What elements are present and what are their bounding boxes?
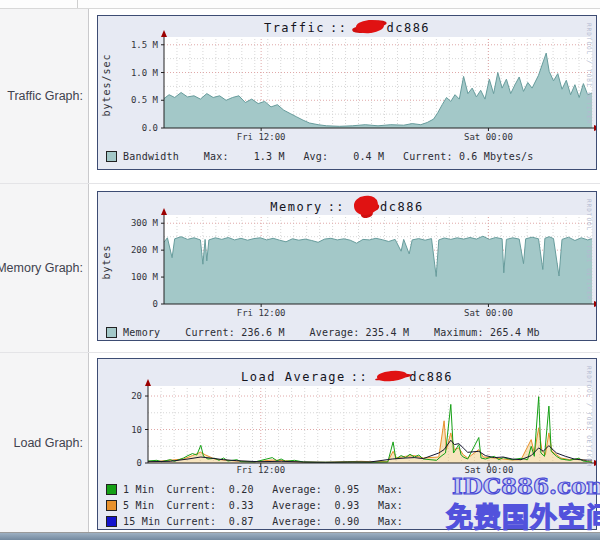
legend-text: Bandwidth Max: 1.3 M Avg: 0.4 M Current:… bbox=[123, 151, 534, 162]
row-divider bbox=[0, 352, 600, 353]
legend-swatch bbox=[106, 484, 117, 495]
sidebar-label-text: Traffic Graph: bbox=[7, 89, 83, 103]
svg-text:20: 20 bbox=[131, 391, 142, 401]
memory-graph-panel[interactable]: Memory :: dc886 0100 M200 M300 MFri 12:0… bbox=[97, 191, 597, 341]
sidebar-label-text: Load Graph: bbox=[14, 436, 84, 450]
svg-text:Fri 12:00: Fri 12:00 bbox=[237, 132, 286, 142]
svg-text:Fri 12:00: Fri 12:00 bbox=[236, 465, 285, 475]
legend-swatch bbox=[106, 516, 117, 527]
redaction-scribble bbox=[356, 19, 385, 35]
legend-row: 5 Min Current: 0.33 Average: 0.93 Max: bbox=[106, 497, 440, 513]
legend-swatch bbox=[106, 327, 117, 338]
svg-text:0: 0 bbox=[137, 458, 142, 468]
graph-title-separator: :: bbox=[328, 200, 345, 214]
sidebar: Traffic Graph: Memory Graph: Load Graph: bbox=[0, 9, 89, 533]
graph-title: Traffic :: dc886 bbox=[98, 20, 596, 35]
graph-title: Memory :: dc886 bbox=[98, 196, 596, 217]
table-column-divider bbox=[77, 0, 78, 8]
redaction-scribble bbox=[377, 369, 408, 382]
graph-title-host: dc886 bbox=[386, 21, 430, 35]
graph-legend: Bandwidth Max: 1.3 M Avg: 0.4 M Current:… bbox=[106, 149, 534, 164]
graph-title-metric: Traffic bbox=[264, 21, 325, 35]
rrdtool-watermark: RRDTOOL / TOBI OETIKER bbox=[586, 199, 593, 331]
svg-text:100 M: 100 M bbox=[131, 272, 159, 282]
legend-swatch bbox=[106, 151, 117, 162]
svg-text:Sat 00:00: Sat 00:00 bbox=[464, 308, 513, 318]
svg-text:10: 10 bbox=[131, 425, 142, 435]
svg-text:0.5 M: 0.5 M bbox=[131, 95, 159, 105]
svg-text:300 M: 300 M bbox=[131, 218, 159, 228]
rrdtool-watermark: RRDTOOL / TOBI OETIKER bbox=[586, 366, 593, 520]
sidebar-label-text: Memory Graph: bbox=[0, 261, 83, 275]
svg-text:1.0 M: 1.0 M bbox=[131, 68, 159, 78]
legend-row: Memory Current: 236.6 M Average: 235.4 M… bbox=[106, 325, 540, 340]
redaction-scribble bbox=[353, 195, 379, 216]
legend-swatch bbox=[106, 500, 117, 511]
graph-title-metric: Memory bbox=[270, 200, 322, 214]
top-divider bbox=[0, 0, 600, 9]
traffic-graph-panel[interactable]: Traffic :: dc886 0.00.5 M1.0 M1.5 MFri 1… bbox=[97, 15, 597, 170]
row-divider bbox=[0, 183, 600, 184]
svg-text:Sat 00:00: Sat 00:00 bbox=[465, 465, 514, 475]
svg-text:200 M: 200 M bbox=[131, 245, 159, 255]
chart-svg: 0.00.5 M1.0 M1.5 MFri 12:00Sat 00:00byte… bbox=[98, 16, 596, 169]
graph-title-host: dc886 bbox=[409, 370, 453, 384]
graph-title-separator: :: bbox=[330, 21, 347, 35]
bottom-bar bbox=[0, 532, 600, 540]
legend-row: 1 Min Current: 0.20 Average: 0.95 Max: bbox=[106, 481, 440, 497]
legend-row: 15 Min Current: 0.87 Average: 0.90 Max: bbox=[106, 513, 440, 529]
legend-text: 1 Min Current: 0.20 Average: 0.95 Max: bbox=[123, 484, 440, 495]
legend-text: 5 Min Current: 0.33 Average: 0.93 Max: bbox=[123, 500, 440, 511]
svg-text:Fri 12:00: Fri 12:00 bbox=[237, 308, 286, 318]
graphs-page: Traffic Graph: Memory Graph: Load Graph:… bbox=[0, 0, 600, 540]
sidebar-label-memory: Memory Graph: bbox=[0, 183, 88, 352]
sidebar-label-load: Load Graph: bbox=[0, 352, 88, 533]
svg-text:bytes: bytes bbox=[101, 244, 112, 279]
graph-title-host: dc886 bbox=[380, 200, 424, 214]
svg-text:1.5 M: 1.5 M bbox=[131, 40, 159, 50]
graph-title-separator: :: bbox=[351, 370, 368, 384]
sidebar-label-traffic: Traffic Graph: bbox=[0, 9, 88, 183]
graph-title-metric: Load Average bbox=[241, 370, 346, 384]
svg-text:bytes/sec: bytes/sec bbox=[101, 53, 112, 116]
svg-text:0.0: 0.0 bbox=[142, 123, 158, 133]
rrdtool-watermark: RRDTOOL / TOBI OETIKER bbox=[586, 23, 593, 160]
legend-text: Memory Current: 236.6 M Average: 235.4 M… bbox=[123, 327, 540, 338]
svg-text:Sat 00:00: Sat 00:00 bbox=[464, 132, 513, 142]
svg-text:0: 0 bbox=[153, 299, 158, 309]
graph-legend: 1 Min Current: 0.20 Average: 0.95 Max: 5… bbox=[106, 481, 440, 529]
legend-text: 15 Min Current: 0.87 Average: 0.90 Max: bbox=[123, 516, 440, 527]
graph-title: Load Average :: dc886 bbox=[98, 370, 596, 384]
legend-row: Bandwidth Max: 1.3 M Avg: 0.4 M Current:… bbox=[106, 149, 534, 164]
load-graph-panel[interactable]: Load Average :: dc886 01020Fri 12:00Sat … bbox=[97, 358, 597, 530]
graph-legend: Memory Current: 236.6 M Average: 235.4 M… bbox=[106, 325, 540, 340]
